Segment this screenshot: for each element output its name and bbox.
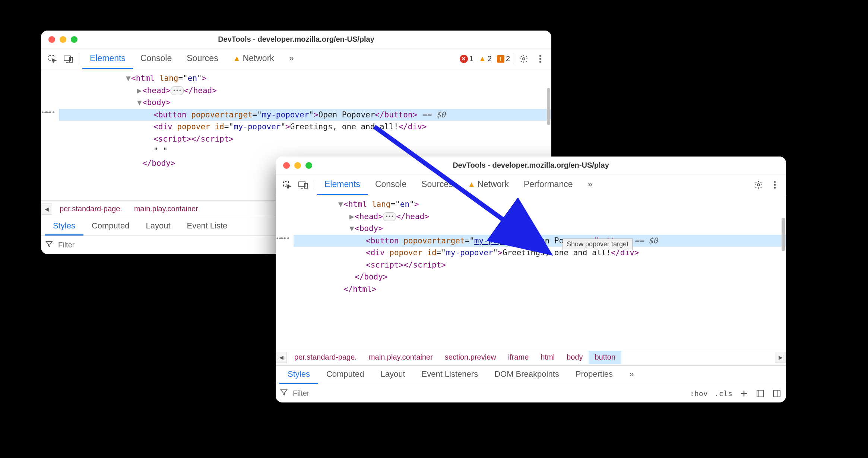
inspect-icon[interactable] — [279, 177, 294, 192]
tab-sources[interactable]: Sources — [414, 174, 460, 195]
subtab-layout[interactable]: Layout — [372, 366, 413, 384]
dom-div[interactable]: <div popover id="my-popover">Greetings, … — [59, 121, 551, 133]
subtab-overflow[interactable]: » — [621, 366, 642, 384]
breadcrumb-bar: ◀ per.standard-page. main.play.container… — [276, 349, 786, 365]
device-toggle-icon[interactable] — [61, 51, 76, 66]
titlebar[interactable]: DevTools - developer.mozilla.org/en-US/p… — [276, 157, 786, 174]
tab-network-label: Network — [477, 179, 509, 189]
dom-html-open[interactable]: ▼<html lang="en"> — [294, 198, 786, 211]
subtab-styles[interactable]: Styles — [45, 217, 83, 236]
tab-console[interactable]: Console — [133, 48, 179, 69]
subtab-event-listeners[interactable]: Event Listeners — [414, 366, 487, 384]
info-count: 2 — [506, 54, 510, 63]
svg-point-12 — [757, 184, 760, 186]
dom-button-selected[interactable]: <button popovertarget="my-popover">Open … — [59, 109, 551, 121]
breadcrumb-item[interactable]: per.standard-page. — [54, 202, 128, 215]
svg-rect-19 — [773, 390, 780, 397]
breadcrumb-scroll-left[interactable]: ◀ — [41, 203, 52, 215]
error-icon: ✕ — [460, 55, 468, 63]
filter-input[interactable] — [292, 389, 685, 398]
dom-head[interactable]: ▶<head>•••</head> — [294, 211, 786, 223]
minimize-button[interactable] — [60, 36, 66, 43]
issue-counters[interactable]: ✕1 ▲2 !2 — [460, 54, 510, 63]
subtab-computed[interactable]: Computed — [318, 366, 373, 384]
error-count: 1 — [469, 54, 473, 63]
hov-toggle[interactable]: :hov — [690, 389, 708, 398]
scrollbar-thumb[interactable] — [547, 88, 550, 125]
computed-styles-icon[interactable] — [755, 389, 765, 398]
dom-body-open[interactable]: ▼<body> — [59, 97, 551, 109]
warning-icon: ▲ — [233, 54, 241, 63]
tab-elements[interactable]: Elements — [317, 174, 368, 195]
dom-head[interactable]: ▶<head>•••</head> — [59, 85, 551, 97]
subtab-properties[interactable]: Properties — [567, 366, 621, 384]
svg-point-7 — [539, 61, 541, 62]
devtools-window-2: DevTools - developer.mozilla.org/en-US/p… — [276, 157, 786, 402]
breadcrumb-item[interactable]: section.preview — [439, 351, 502, 364]
titlebar[interactable]: DevTools - developer.mozilla.org/en-US/p… — [41, 31, 551, 48]
filter-icon — [45, 240, 53, 250]
info-icon: ! — [497, 55, 504, 63]
cls-toggle[interactable]: .cls — [715, 389, 732, 398]
scrollbar-thumb[interactable] — [782, 218, 785, 251]
device-toggle-icon[interactable] — [296, 177, 311, 192]
warning-count: 2 — [488, 54, 492, 63]
close-button[interactable] — [283, 162, 290, 169]
close-button[interactable] — [48, 36, 55, 43]
dom-button-selected[interactable]: <button popovertarget="my-popover">Open … — [294, 235, 786, 247]
divider — [79, 53, 79, 64]
breadcrumb-scroll-right[interactable]: ▶ — [775, 352, 786, 363]
inspect-icon[interactable] — [45, 51, 60, 66]
subtab-layout[interactable]: Layout — [137, 217, 178, 236]
minimize-button[interactable] — [294, 162, 301, 169]
divider — [314, 179, 314, 190]
subtab-dom-breakpoints[interactable]: DOM Breakpoints — [486, 366, 567, 384]
tab-sources[interactable]: Sources — [179, 48, 225, 69]
breadcrumb-item[interactable]: main.play.container — [128, 202, 204, 215]
breadcrumb-item[interactable]: html — [535, 351, 561, 364]
styles-tabbar: Styles Computed Layout Event Listeners D… — [276, 365, 786, 384]
maximize-button[interactable] — [71, 36, 77, 43]
breadcrumb-item[interactable]: main.play.container — [363, 351, 439, 364]
tab-console[interactable]: Console — [368, 174, 414, 195]
kebab-icon[interactable] — [533, 51, 548, 66]
settings-icon[interactable] — [751, 177, 766, 192]
dom-whitespace[interactable]: " " — [59, 145, 551, 157]
breadcrumb-scroll-left[interactable]: ◀ — [276, 352, 287, 363]
svg-point-6 — [539, 58, 541, 59]
tab-network[interactable]: ▲Network — [226, 48, 282, 69]
breadcrumb-item[interactable]: per.standard-page. — [288, 351, 363, 364]
tab-overflow[interactable]: » — [282, 48, 301, 69]
window-title: DevTools - developer.mozilla.org/en-US/p… — [453, 161, 609, 170]
warning-icon: ▲ — [468, 180, 475, 189]
ellipsis-marker[interactable]: ••• — [279, 234, 290, 243]
dom-tree[interactable]: ▼<html lang="en"> ▶<head>•••</head> ▼<bo… — [276, 195, 786, 349]
new-style-rule-icon[interactable] — [739, 389, 749, 398]
kebab-icon[interactable] — [767, 177, 782, 192]
dom-body-open[interactable]: ▼<body> — [294, 222, 786, 235]
maximize-button[interactable] — [305, 162, 312, 169]
tab-overflow[interactable]: » — [580, 174, 600, 195]
dom-html-open[interactable]: ▼<html lang="en"> — [59, 72, 551, 85]
tooltip-show-popover-target: Show popover target — [563, 239, 633, 250]
dom-html-close[interactable]: </html> — [294, 283, 786, 296]
subtab-styles[interactable]: Styles — [279, 366, 318, 384]
dom-div[interactable]: <div popover id="my-popover">Greetings, … — [294, 247, 786, 259]
tab-elements[interactable]: Elements — [82, 48, 133, 69]
settings-icon[interactable] — [516, 51, 531, 66]
dom-script[interactable]: <script></script> — [59, 133, 551, 145]
breadcrumb-item-active[interactable]: button — [589, 351, 621, 364]
dom-body-close[interactable]: </body> — [294, 271, 786, 283]
popover-target-link[interactable]: my-popover — [474, 236, 521, 245]
dom-script[interactable]: <script></script> — [294, 259, 786, 271]
svg-point-5 — [539, 55, 541, 56]
tab-network[interactable]: ▲Network — [460, 174, 516, 195]
ellipsis-marker[interactable]: ••• — [45, 108, 55, 117]
tab-performance[interactable]: Performance — [516, 174, 580, 195]
subtab-event-listeners[interactable]: Event Liste — [179, 217, 236, 236]
toggle-sidebar-icon[interactable] — [772, 389, 782, 398]
main-toolbar: Elements Console Sources ▲Network Perfor… — [276, 174, 786, 195]
breadcrumb-item[interactable]: body — [561, 351, 589, 364]
subtab-computed[interactable]: Computed — [83, 217, 138, 236]
breadcrumb-item[interactable]: iframe — [502, 351, 535, 364]
